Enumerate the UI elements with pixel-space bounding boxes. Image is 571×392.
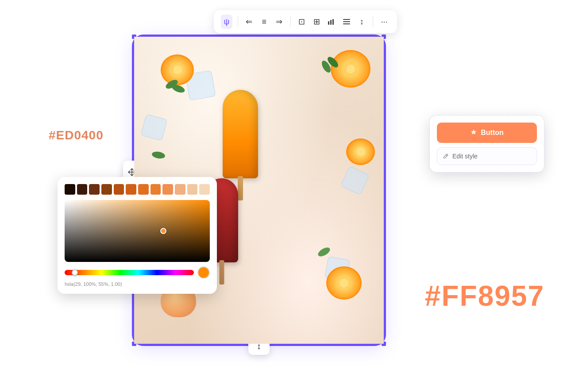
star-icon [470, 129, 477, 136]
color-gradient-picker[interactable] [65, 200, 210, 262]
swatch-12[interactable] [199, 184, 210, 195]
leaf [316, 246, 331, 258]
bar-chart-toolbar-icon[interactable] [326, 15, 337, 29]
swatch-9[interactable] [162, 184, 173, 195]
swatch-11[interactable] [187, 184, 198, 195]
svg-rect-0 [328, 21, 329, 25]
text-height-toolbar-icon[interactable]: ⊞ [311, 15, 322, 29]
svg-rect-5 [343, 23, 350, 24]
panel-button[interactable]: Button [437, 123, 537, 143]
yo-toolbar-icon[interactable]: ψ [221, 15, 232, 29]
scene: #ED0400 #FF8957 ψ ⇐ ≡ ⇒ ⊡ ⊞ [0, 0, 571, 392]
color-picker-panel: hsla(29, 100%, 55%, 1.00) [58, 177, 217, 294]
orange-popsicle-stick [238, 176, 243, 200]
swatch-4[interactable] [101, 184, 112, 195]
swatch-6[interactable] [126, 184, 136, 195]
hex-label-right: #FF8957 [425, 280, 544, 312]
edit-style-field[interactable]: Edit style [437, 147, 537, 165]
svg-rect-3 [343, 19, 350, 20]
edit-style-label: Edit style [452, 153, 478, 160]
toolbar-divider-1 [238, 16, 238, 27]
ice-cube [340, 166, 370, 195]
align-right-toolbar-icon[interactable]: ⇒ [274, 15, 285, 29]
orange-slice [346, 138, 375, 165]
layout-toolbar-icon[interactable] [341, 15, 352, 29]
swatch-10[interactable] [175, 184, 185, 195]
gradient-cursor[interactable] [160, 228, 166, 234]
swatch-1[interactable] [65, 184, 75, 195]
swatch-5[interactable] [114, 184, 124, 195]
swatch-7[interactable] [138, 184, 149, 195]
orange-popsicle [223, 90, 258, 178]
hex-label-left: #ED0400 [49, 128, 104, 142]
more-toolbar-icon[interactable]: ··· [378, 15, 390, 29]
svg-rect-2 [332, 19, 334, 25]
toolbar-divider-3 [373, 16, 373, 27]
hsla-label: hsla(29, 100%, 55%, 1.00) [65, 281, 210, 287]
image-toolbar: ψ ⇐ ≡ ⇒ ⊡ ⊞ ↕ [214, 10, 397, 33]
color-preview-dot [197, 266, 210, 279]
edit-icon [443, 153, 449, 159]
color-swatches-row [65, 184, 210, 195]
orange-slice [326, 266, 362, 300]
align-center-toolbar-icon[interactable]: ≡ [258, 15, 270, 29]
orange-slice [331, 50, 370, 88]
svg-rect-4 [343, 21, 350, 22]
ice-cube [140, 114, 167, 141]
sort-toolbar-icon[interactable]: ↕ [356, 15, 367, 29]
toolbar-divider-2 [290, 16, 291, 27]
swatch-2[interactable] [77, 184, 88, 195]
align-left-toolbar-icon[interactable]: ⇐ [243, 15, 255, 29]
hue-slider[interactable] [65, 270, 194, 275]
vertical-resize-icon [255, 342, 263, 351]
text-width-toolbar-icon[interactable]: ⊡ [296, 15, 307, 29]
hue-thumb[interactable] [72, 269, 78, 276]
hue-slider-row [65, 266, 210, 279]
panel-button-label: Button [481, 129, 504, 137]
button-panel: Button Edit style [429, 115, 544, 173]
leaf [171, 83, 185, 94]
svg-line-8 [446, 155, 448, 156]
swatch-8[interactable] [150, 184, 161, 195]
swatch-3[interactable] [89, 184, 100, 195]
red-popsicle-stick [219, 260, 224, 284]
leaf [151, 151, 166, 160]
svg-rect-1 [330, 20, 332, 25]
